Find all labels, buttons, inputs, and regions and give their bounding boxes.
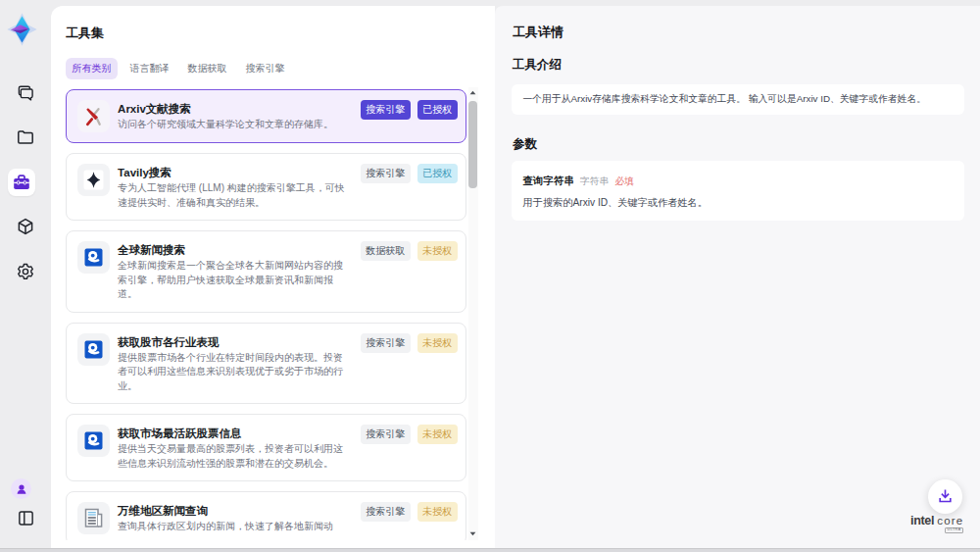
person-icon xyxy=(15,482,28,496)
scrollbar-thumb[interactable] xyxy=(468,101,477,188)
app-logo gem-icon xyxy=(7,13,37,50)
folder-icon xyxy=(16,127,35,147)
collapse-panel-button[interactable] xyxy=(0,504,51,531)
param-required-badge: 必填 xyxy=(614,176,634,188)
param-name: 查询字符串 xyxy=(523,175,575,188)
core-wordmark: core xyxy=(937,515,963,527)
auth-status-tag: 已授权 xyxy=(417,100,458,120)
tab-1[interactable]: 语言翻译 xyxy=(123,58,175,79)
news-icon xyxy=(77,502,110,534)
category-tag: 搜索引擎 xyxy=(361,333,411,353)
arxiv-icon xyxy=(77,100,110,132)
category-tag: 搜索引擎 xyxy=(361,502,411,522)
qnews-icon xyxy=(77,241,110,274)
tab-2[interactable]: 数据获取 xyxy=(181,58,233,79)
tavily-icon xyxy=(77,164,110,196)
tab-0[interactable]: 所有类别 xyxy=(66,58,118,79)
user-avatar[interactable] xyxy=(11,478,31,499)
auth-status-tag: 未授权 xyxy=(417,502,458,522)
category-tag: 搜索引擎 xyxy=(361,164,411,183)
qnews-icon xyxy=(77,425,110,457)
detail-title: 工具详情 xyxy=(513,24,564,41)
tool-card[interactable]: 万维地区新闻查询 查询具体行政区划内的新闻，快速了解各地新闻动 搜索引擎 未授权 xyxy=(66,491,466,540)
tool-card[interactable]: Tavily搜索 专为人工智能代理 (LLM) 构建的搜索引擎工具，可快速提供实… xyxy=(66,153,466,221)
sidebar-item-tools[interactable] xyxy=(8,169,35,196)
sidebar-item-files[interactable] xyxy=(0,124,51,151)
tool-card[interactable]: 全球新闻搜索 全球新闻搜索是一个聚合全球各大新闻网站内容的搜索引擎，帮助用户快速… xyxy=(66,230,466,313)
category-tag: 数据获取 xyxy=(361,241,411,261)
category-tabs: 所有类别语言翻译数据获取搜索引擎 xyxy=(66,58,297,79)
auth-status-tag: 未授权 xyxy=(417,241,458,261)
tool-description: 访问各个研究领域大量科学论文和文章的存储库。 xyxy=(118,118,347,132)
sidebar-item-settings[interactable] xyxy=(0,258,51,285)
triangle-down-icon xyxy=(468,529,477,538)
download-button[interactable] xyxy=(928,479,962,514)
intro-card: 一个用于从Arxiv存储库搜索科学论文和文章的工具。 输入可以是Arxiv ID… xyxy=(512,84,964,116)
download-icon xyxy=(936,487,955,506)
tab-3[interactable]: 搜索引擎 xyxy=(239,58,291,79)
sidebar-item-chat[interactable] xyxy=(0,79,51,107)
tool-card[interactable]: Arxiv文献搜索 访问各个研究领域大量科学论文和文章的存储库。 搜索引擎 已授… xyxy=(66,89,466,143)
toolset-title: 工具集 xyxy=(66,25,104,42)
category-tag: 搜索引擎 xyxy=(361,100,411,120)
scroll-up-button[interactable] xyxy=(468,87,478,99)
param-card: 查询字符串 字符串 必填 用于搜索的Arxiv ID、关键字或作者姓名。 xyxy=(512,161,964,222)
triangle-up-icon xyxy=(468,88,477,97)
tool-card[interactable]: 获取市场最活跃股票信息 提供当天交易量最高的股票列表，投资者可以利用这些信息来识… xyxy=(66,414,466,481)
sidebar-item-models[interactable] xyxy=(0,213,51,240)
scroll-down-button[interactable] xyxy=(468,528,478,540)
cube-icon xyxy=(16,217,35,236)
window-bottom-edge xyxy=(0,548,980,552)
gear-icon xyxy=(16,262,35,281)
tool-list: Arxiv文献搜索 访问各个研究领域大量科学论文和文章的存储库。 搜索引擎 已授… xyxy=(51,85,481,540)
auth-status-tag: 未授权 xyxy=(417,425,458,444)
intel-core-ultra-logo: intel core ULTRA xyxy=(910,514,963,533)
toolset-panel: 工具集 所有类别语言翻译数据获取搜索引擎 Arxiv文献搜索 访问各个研究领域大… xyxy=(51,6,495,548)
params-heading: 参数 xyxy=(513,136,537,153)
intel-wordmark: intel xyxy=(910,514,934,527)
toolbox-icon xyxy=(12,173,31,192)
auth-status-tag: 已授权 xyxy=(417,164,458,183)
tool-description: 提供当天交易量最高的股票列表，投资者可以利用这些信息来识别流动性强的股票和潜在的… xyxy=(118,442,347,471)
tool-detail-panel: 工具详情 工具介绍 一个用于从Arxiv存储库搜索科学论文和文章的工具。 输入可… xyxy=(495,6,980,548)
scrollbar[interactable] xyxy=(468,87,478,540)
tool-description: 全球新闻搜索是一个聚合全球各大新闻网站内容的搜索引擎，帮助用户快速获取全球最新资… xyxy=(118,259,347,302)
category-tag: 搜索引擎 xyxy=(361,425,411,444)
param-type: 字符串 xyxy=(580,176,609,188)
ultra-badge: ULTRA xyxy=(945,527,963,533)
param-description: 用于搜索的Arxiv ID、关键字或作者姓名。 xyxy=(523,195,953,210)
auth-status-tag: 未授权 xyxy=(417,333,458,353)
tool-description: 提供股票市场各个行业在特定时间段内的表现。投资者可以利用这些信息来识别表现优于或… xyxy=(118,351,347,394)
chat-icon xyxy=(16,83,35,103)
panel-layout-icon xyxy=(17,509,35,527)
tool-description: 专为人工智能代理 (LLM) 构建的搜索引擎工具，可快速提供实时、准确和真实的结… xyxy=(118,181,347,210)
tool-description: 查询具体行政区划内的新闻，快速了解各地新闻动 xyxy=(118,520,347,534)
sidebar xyxy=(0,0,51,548)
intro-heading: 工具介绍 xyxy=(513,57,562,74)
qnews-icon xyxy=(77,333,110,366)
tool-card[interactable]: 获取股市各行业表现 提供股票市场各个行业在特定时间段内的表现。投资者可以利用这些… xyxy=(66,323,466,405)
